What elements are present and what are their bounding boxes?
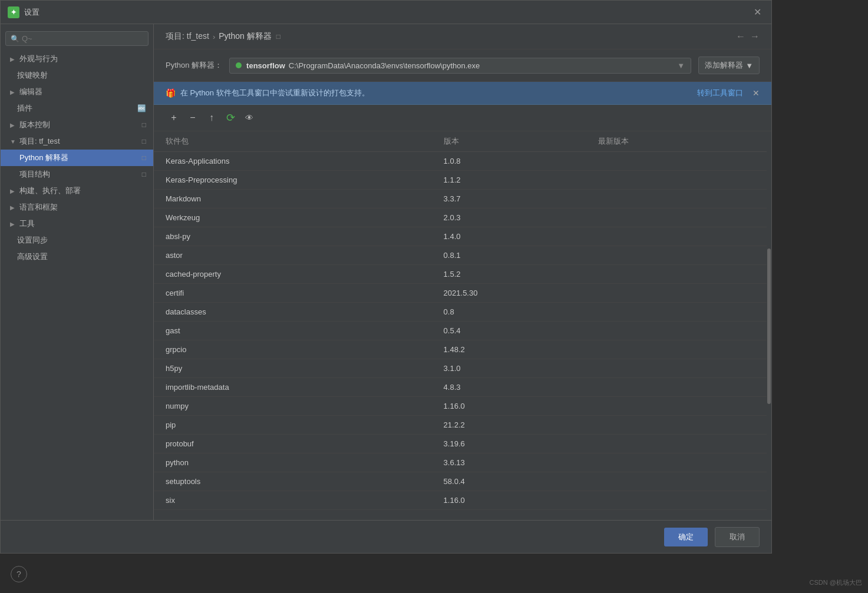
package-version: 21.2.2 bbox=[432, 416, 586, 435]
scrollbar[interactable] bbox=[767, 131, 771, 520]
table-row[interactable]: grpcio 1.48.2 bbox=[154, 340, 771, 359]
table-row[interactable]: setuptools 58.0.4 bbox=[154, 472, 771, 491]
table-row[interactable]: six 1.16.0 bbox=[154, 491, 771, 510]
package-latest bbox=[586, 303, 771, 322]
table-row[interactable]: Werkzeug 2.0.3 bbox=[154, 208, 771, 227]
vcs-badge: □ bbox=[142, 121, 146, 129]
breadcrumb-current: Python 解释器 bbox=[219, 31, 271, 42]
table-row[interactable]: cached-property 1.5.2 bbox=[154, 265, 771, 284]
interpreter-dropdown[interactable]: tensorflow C:\ProgramData\Anaconda3\envs… bbox=[229, 58, 691, 74]
sidebar-item-tools[interactable]: ▶ 工具 bbox=[1, 216, 153, 232]
sidebar-item-plugins[interactable]: 插件 🔤 bbox=[1, 100, 153, 117]
search-icon: 🔍 bbox=[11, 35, 19, 43]
interpreter-status-dot bbox=[236, 62, 242, 68]
package-name: pip bbox=[154, 416, 432, 435]
app-icon: ✦ bbox=[8, 6, 19, 18]
sidebar-item-project[interactable]: ▼ 项目: tf_test □ bbox=[1, 133, 153, 150]
packages-area[interactable]: 软件包 版本 最新版本 Keras-Applications 1.0.8 Ker… bbox=[154, 131, 771, 520]
table-row[interactable]: h5py 3.1.0 bbox=[154, 359, 771, 378]
table-row[interactable]: astor 0.8.1 bbox=[154, 246, 771, 265]
banner-link[interactable]: 转到工具窗口 bbox=[697, 88, 743, 98]
search-box[interactable]: 🔍 bbox=[5, 31, 148, 46]
package-version: 1.16.0 bbox=[432, 397, 586, 416]
package-name: astor bbox=[154, 246, 432, 265]
package-latest bbox=[586, 246, 771, 265]
package-latest bbox=[586, 397, 771, 416]
info-banner: 🎁 在 Python 软件包工具窗口中尝试重新设计的打包支持。 转到工具窗口 ✕ bbox=[154, 82, 771, 105]
close-button[interactable]: ✕ bbox=[750, 5, 764, 19]
sidebar-item-sync[interactable]: 设置同步 bbox=[1, 232, 153, 249]
nav-back-button[interactable]: ← bbox=[736, 31, 745, 42]
breadcrumb-sep: › bbox=[213, 32, 215, 41]
package-name: python bbox=[154, 453, 432, 472]
package-name: protobuf bbox=[154, 435, 432, 453]
watermark: CSDN @机场大巴 bbox=[810, 578, 862, 587]
sidebar-item-keymap[interactable]: 按键映射 bbox=[1, 67, 153, 84]
sidebar-item-python-interp[interactable]: Python 解释器 □ bbox=[1, 150, 153, 166]
expand-arrow-lang: ▶ bbox=[10, 204, 17, 211]
table-row[interactable]: numpy 1.16.0 bbox=[154, 397, 771, 416]
package-name: Werkzeug bbox=[154, 208, 432, 227]
table-row[interactable]: Markdown 3.3.7 bbox=[154, 190, 771, 208]
package-latest bbox=[586, 378, 771, 397]
sidebar-item-editor[interactable]: ▶ 编辑器 bbox=[1, 84, 153, 100]
gift-icon: 🎁 bbox=[166, 88, 176, 98]
table-row[interactable]: gast 0.5.4 bbox=[154, 322, 771, 340]
banner-close-button[interactable]: ✕ bbox=[753, 88, 760, 98]
show-all-button[interactable]: 👁 bbox=[241, 110, 258, 126]
table-row[interactable]: dataclasses 0.8 bbox=[154, 303, 771, 322]
package-name: h5py bbox=[154, 359, 432, 378]
package-version: 1.5.2 bbox=[432, 265, 586, 284]
add-interpreter-button[interactable]: 添加解释器 ▼ bbox=[698, 57, 760, 74]
sidebar-item-appearance[interactable]: ▶ 外观与行为 bbox=[1, 51, 153, 67]
package-latest bbox=[586, 265, 771, 284]
nav-forward-button[interactable]: → bbox=[750, 31, 760, 42]
remove-package-button[interactable]: − bbox=[184, 110, 201, 126]
dialog-footer: 确定 取消 bbox=[1, 520, 771, 553]
table-row[interactable]: Keras-Applications 1.0.8 bbox=[154, 152, 771, 171]
upload-package-button[interactable]: ↑ bbox=[203, 110, 220, 126]
interp-badge: □ bbox=[142, 154, 146, 162]
ok-button[interactable]: 确定 bbox=[664, 528, 708, 546]
package-latest bbox=[586, 340, 771, 359]
help-button[interactable]: ? bbox=[11, 566, 27, 582]
package-version: 1.0.8 bbox=[432, 152, 586, 171]
package-name: dataclasses bbox=[154, 303, 432, 322]
table-row[interactable]: Keras-Preprocessing 1.1.2 bbox=[154, 171, 771, 190]
package-name: gast bbox=[154, 322, 432, 340]
table-row[interactable]: protobuf 3.19.6 bbox=[154, 435, 771, 453]
search-input[interactable] bbox=[22, 34, 143, 43]
interpreter-label: Python 解释器： bbox=[166, 60, 222, 71]
package-version: 0.8.1 bbox=[432, 246, 586, 265]
col-header-version: 版本 bbox=[432, 131, 586, 152]
scrollbar-thumb[interactable] bbox=[767, 249, 771, 404]
cancel-button[interactable]: 取消 bbox=[715, 527, 760, 547]
packages-table: 软件包 版本 最新版本 Keras-Applications 1.0.8 Ker… bbox=[154, 131, 771, 510]
titlebar: ✦ 设置 ✕ bbox=[1, 1, 771, 24]
col-header-latest: 最新版本 bbox=[586, 131, 771, 152]
sidebar-item-lang[interactable]: ▶ 语言和框架 bbox=[1, 199, 153, 216]
sidebar-item-project-structure[interactable]: 项目结构 □ bbox=[1, 166, 153, 183]
struct-badge: □ bbox=[142, 170, 146, 178]
table-row[interactable]: absl-py 1.4.0 bbox=[154, 227, 771, 246]
expand-arrow-project: ▼ bbox=[10, 138, 17, 145]
packages-tbody: Keras-Applications 1.0.8 Keras-Preproces… bbox=[154, 152, 771, 510]
add-package-button[interactable]: + bbox=[166, 110, 182, 126]
expand-arrow-editor: ▶ bbox=[10, 89, 17, 95]
sidebar-item-vcs[interactable]: ▶ 版本控制 □ bbox=[1, 117, 153, 133]
sidebar-item-build[interactable]: ▶ 构建、执行、部署 bbox=[1, 183, 153, 199]
table-row[interactable]: pip 21.2.2 bbox=[154, 416, 771, 435]
package-name: Markdown bbox=[154, 190, 432, 208]
sidebar-item-advanced[interactable]: 高级设置 bbox=[1, 249, 153, 265]
package-latest bbox=[586, 416, 771, 435]
breadcrumb-bar: 项目: tf_test › Python 解释器 □ ← → bbox=[154, 24, 771, 49]
plugins-badge: 🔤 bbox=[137, 104, 146, 112]
table-row[interactable]: python 3.6.13 bbox=[154, 453, 771, 472]
loading-button[interactable]: ⟳ bbox=[222, 110, 239, 126]
package-latest bbox=[586, 435, 771, 453]
package-version: 4.8.3 bbox=[432, 378, 586, 397]
table-row[interactable]: certifi 2021.5.30 bbox=[154, 284, 771, 303]
expand-arrow: ▶ bbox=[10, 56, 17, 62]
table-row[interactable]: importlib-metadata 4.8.3 bbox=[154, 378, 771, 397]
breadcrumb-project: 项目: tf_test bbox=[166, 31, 209, 42]
